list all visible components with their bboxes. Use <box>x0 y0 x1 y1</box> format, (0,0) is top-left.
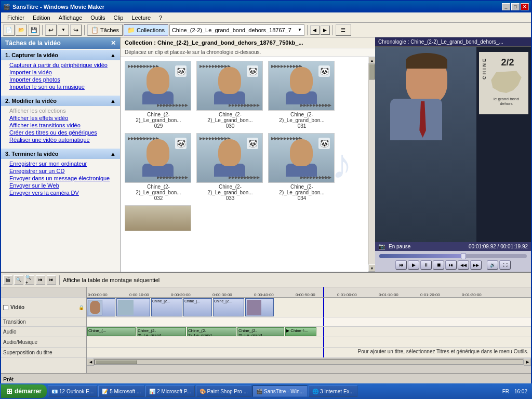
toolbar-new[interactable]: 📄 <box>3 24 15 36</box>
tl-audio-clip-2[interactable]: Chine_(2-2)_Le_grand_... <box>137 327 186 336</box>
ctrl-stop[interactable]: ⏹ <box>433 260 444 270</box>
menu-clip[interactable]: Clip <box>109 14 127 22</box>
nav-forward-button[interactable]: ▶ <box>321 25 330 35</box>
toolbar-undo[interactable]: ↩ <box>45 24 57 36</box>
tl-transition-track[interactable] <box>87 317 531 327</box>
menu-affichage[interactable]: Affichage <box>55 14 87 22</box>
maximize-button[interactable]: □ <box>511 3 520 10</box>
link-capture-video[interactable]: Capturer à partir du périphérique vidéo <box>9 61 116 69</box>
scroll-track[interactable] <box>368 64 375 264</box>
ctrl-fast[interactable]: ▶▶ <box>470 260 482 270</box>
link-video-effects[interactable]: Afficher les effets vidéo <box>9 114 116 122</box>
seek-bar[interactable] <box>379 254 527 258</box>
link-send-web[interactable]: Envoyer sur le Web <box>9 182 116 189</box>
taskbar-paintshop[interactable]: 🎨 Paint Shop Pro ... <box>196 385 251 397</box>
menu-edition[interactable]: Edition <box>29 14 55 22</box>
tl-scroll-left[interactable]: ◀ <box>87 358 94 366</box>
ctrl-pause[interactable]: ⏸ <box>420 260 432 270</box>
link-auto-video[interactable]: Réaliser une vidéo automatique <box>9 136 116 143</box>
tl-next[interactable]: ⏭ <box>47 275 56 285</box>
ctrl-vol-down[interactable]: 🔉 <box>487 260 498 270</box>
thumb-partial[interactable] <box>125 205 192 231</box>
link-show-collections[interactable]: Afficher les collections <box>9 107 116 114</box>
ctrl-fullscreen[interactable]: ⛶ <box>499 260 511 270</box>
section-capture-toggle[interactable]: ▲ <box>110 52 116 58</box>
tl-scroll-thumb[interactable] <box>96 360 137 364</box>
tl-audio-clip-1[interactable]: Chine_(... <box>87 327 136 336</box>
tl-video-track[interactable]: Chine_[2... Chine_[... Chine_[2... <box>87 298 531 317</box>
tl-video-clip-3[interactable]: Chine_[2... <box>151 298 182 316</box>
tl-audio-track[interactable]: Chine_(... Chine_(2-2)_Le_grand_... Chin… <box>87 327 531 337</box>
link-send-email[interactable]: Envoyer dans un message électronique <box>9 175 116 182</box>
tl-zoom-in[interactable]: 🔍+ <box>25 275 34 285</box>
tl-video-clip-4[interactable]: Chine_[... <box>183 298 212 316</box>
ctrl-play[interactable]: ▶ <box>408 260 419 270</box>
taskbar-ie[interactable]: 🌐 3 Internet Ex... <box>309 385 357 397</box>
section-finish-toggle[interactable]: ▲ <box>110 151 116 157</box>
thumbnails-scrollbar[interactable]: ▲ ▼ <box>368 57 375 272</box>
tl-zoom-out[interactable]: 🔍 <box>14 275 23 285</box>
tl-audio-music-track[interactable] <box>87 337 531 348</box>
start-button[interactable]: ⊞ démarrer <box>1 384 47 398</box>
ctrl-next-frame[interactable]: ⏭ <box>445 260 457 270</box>
tl-audio-clip-4[interactable]: Chine_(2-2)_Le_grand_... <box>237 327 284 336</box>
toolbar-undo-arrow[interactable]: ▼ <box>58 24 69 36</box>
thumb-030[interactable]: ▶▶▶▶▶▶▶▶▶▶ ▶▶▶▶▶▶▶▶▶▶ 🐼 <box>196 61 264 129</box>
ctrl-prev-frame[interactable]: ⏮ <box>395 260 407 270</box>
close-button[interactable]: ✕ <box>521 3 529 10</box>
tl-scroll-right[interactable]: ▶ <box>524 358 531 366</box>
link-save-computer[interactable]: Enregistrer sur mon ordinateur <box>9 160 116 167</box>
menu-fichier[interactable]: Fichier <box>3 14 29 22</box>
thumb-032[interactable]: ▶▶▶▶▶▶▶▶▶▶ ▶▶▶▶▶▶▶▶▶▶ 🐼 <box>125 133 192 201</box>
tl-prev[interactable]: ⏮ <box>36 275 45 285</box>
tl-video-clip-5[interactable]: Chine_[2... <box>213 298 244 316</box>
section-finish-header[interactable]: 3. Terminer la vidéo ▲ <box>1 149 120 159</box>
collections-button[interactable]: 📁 Collections <box>124 24 168 36</box>
thumb-029[interactable]: ▶▶▶▶▶▶▶▶▶▶ ▶▶▶▶▶▶▶▶▶▶ 🐼 <box>125 61 192 129</box>
tl-audio-clip-3[interactable]: Chine_(2-2)_Le_grand_... <box>187 327 236 336</box>
tl-video-clip-6[interactable] <box>245 298 274 316</box>
tl-audio-clip-5[interactable]: ▶ Chine f:... <box>285 327 316 336</box>
taskbar-powerpoint[interactable]: 📊 2 Microsoft P... <box>145 385 194 397</box>
tl-video-lock[interactable]: 🔒 <box>78 305 84 310</box>
tl-hscrollbar[interactable]: ◀ ▶ <box>87 358 531 365</box>
taskbar-word[interactable]: 📝 5 Microsoft ... <box>98 385 144 397</box>
nav-back-button[interactable]: ◀ <box>310 25 320 35</box>
menu-help[interactable]: ? <box>155 14 166 22</box>
section-edit-toggle[interactable]: ▲ <box>110 98 116 104</box>
minimize-button[interactable]: _ <box>502 3 510 10</box>
seek-handle[interactable] <box>461 253 466 259</box>
section-capture-header[interactable]: 1. Capturer la vidéo ▲ <box>1 50 120 60</box>
thumb-033[interactable]: ▶▶▶▶▶▶▶▶▶▶ ▶▶▶▶▶▶▶▶▶▶ 🐼 <box>196 133 264 201</box>
link-send-dv[interactable]: Envoyer vers la caméra DV <box>9 189 116 196</box>
collection-dropdown[interactable]: Chine_(2-2)_Le_grand_bond_dehors_18767_7… <box>169 24 304 36</box>
link-import-photos[interactable]: Importer des photos <box>9 76 116 83</box>
link-import-video[interactable]: Importer la vidéo <box>9 69 116 76</box>
toolbar-open[interactable]: 📂 <box>16 24 27 36</box>
tl-superposition-track[interactable]: Pour ajouter un titre, sélectionnez Titr… <box>87 348 531 358</box>
scroll-up-btn[interactable]: ▲ <box>368 57 375 64</box>
tl-storyboard-btn[interactable]: 🎬 <box>3 275 12 285</box>
scroll-thumb[interactable] <box>369 64 375 79</box>
taskbar-moviemaker[interactable]: 🎬 SansTitre - Win... <box>252 385 308 397</box>
tl-video-clip-2[interactable] <box>116 298 150 316</box>
link-import-sound[interactable]: Importer le son ou la musique <box>9 83 116 90</box>
link-video-transitions[interactable]: Afficher les transitions vidéo <box>9 122 116 129</box>
thumb-034[interactable]: ▶▶▶▶▶▶▶▶▶▶ ▶▶▶▶▶▶▶▶▶▶ 🐼 <box>268 133 336 201</box>
toolbar-redo[interactable]: ↪ <box>70 24 82 36</box>
taskbar-outlook[interactable]: 📧 12 Outlook E... <box>48 385 97 397</box>
link-titles[interactable]: Créer des titres ou des génériques <box>9 129 116 136</box>
menu-outils[interactable]: Outils <box>86 14 109 22</box>
scroll-down-btn[interactable]: ▼ <box>368 264 375 272</box>
tl-scroll-track[interactable] <box>94 360 524 365</box>
tasks-button[interactable]: 📋 Tâches <box>87 24 123 36</box>
thumb-031[interactable]: ▶▶▶▶▶▶▶▶▶▶ ▶▶▶▶▶▶▶▶▶▶ 🐼 <box>268 61 336 129</box>
toolbar-save[interactable]: 💾 <box>28 24 39 36</box>
tl-video-toggle[interactable] <box>3 305 8 310</box>
ctrl-slow[interactable]: ◀◀ <box>458 260 469 270</box>
menu-lecture[interactable]: Lecture <box>127 14 155 22</box>
link-save-cd[interactable]: Enregistrer sur un CD <box>9 167 116 175</box>
tl-video-clip-1[interactable] <box>87 298 115 316</box>
toolbar-extra[interactable]: ☰ <box>336 24 351 36</box>
section-edit-header[interactable]: 2. Modifier la vidéo ▲ <box>1 96 120 106</box>
